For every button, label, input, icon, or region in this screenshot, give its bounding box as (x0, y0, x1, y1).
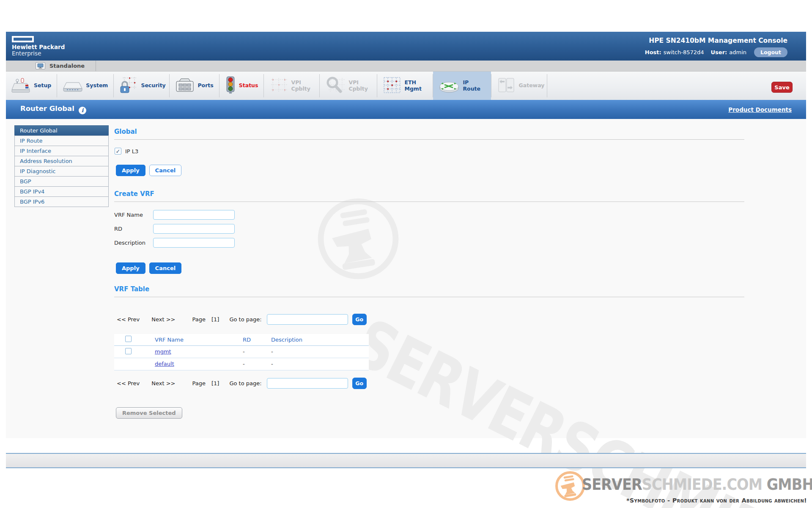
brand-footer: SERVERSCHMIEDE.COM GMBH *Symbolfoto - Pr… (554, 468, 808, 508)
standalone-tab[interactable]: Standalone (30, 61, 90, 71)
sidebar-item-address-resolution[interactable]: Address Resolution (14, 156, 109, 166)
column-header-vrf-name: VRF Name (142, 334, 230, 345)
sidebar-item-ip-diagnostic[interactable]: IP Diagnostic (14, 166, 109, 177)
sidebar-item-bgp-ipv4[interactable]: BGP IPv4 (14, 186, 109, 197)
product-documents-link[interactable]: Product Documents (728, 106, 792, 113)
main-panel: Global IP L3 Apply Cancel Create VRF VRF… (114, 119, 744, 419)
table-row: default - - (114, 358, 369, 370)
serverschmiede-anvil-icon (554, 470, 586, 502)
eth-grid-icon (383, 76, 401, 96)
toolbar-item-label: IP Route (463, 80, 486, 92)
next-page-link[interactable]: Next >> (151, 380, 175, 387)
rd-label: RD (114, 226, 153, 232)
toolbar-item-label: Ports (198, 83, 213, 88)
main-toolbar: Setup System (6, 72, 806, 100)
page-title-bar: Router Globali Product Documents (6, 100, 806, 119)
toolbar-item-vpi-cpblty-2: VPI Cpblty (320, 72, 377, 100)
toolbar-item-setup[interactable]: Setup (6, 72, 57, 100)
pagination-bottom: << Prev Next >> Page [1] Go to page: Go (114, 378, 744, 389)
toolbar-item-ip-route[interactable]: IP Route (433, 72, 491, 100)
toolbar-item-system[interactable]: System (57, 72, 113, 100)
global-apply-button[interactable]: Apply (116, 165, 145, 176)
select-all-checkbox[interactable] (125, 336, 132, 342)
page-title: Router Global (20, 105, 74, 113)
ip-l3-checkbox[interactable] (115, 148, 121, 155)
cell-rd: - (230, 358, 260, 370)
page-label: Page (192, 316, 205, 323)
rd-input[interactable] (153, 224, 235, 234)
brand-block: Hewlett Packard Enterprise (6, 32, 65, 61)
sidebar-item-router-global[interactable]: Router Global (14, 125, 109, 136)
symbolfoto-disclaimer: *Symbolfoto - Produkt kann von der Abbil… (626, 497, 807, 504)
logout-button[interactable]: Logout (754, 47, 787, 57)
toolbar-item-label: Status (239, 83, 258, 88)
info-icon[interactable]: i (79, 107, 86, 114)
toolbar-item-label: Security (141, 83, 164, 88)
global-section-title: Global (114, 128, 744, 140)
page: Hewlett Packard Enterprise HPE SN2410bM … (0, 0, 812, 508)
mode-tab-row: Standalone (6, 61, 806, 72)
description-label: Description (114, 240, 153, 246)
router-icon (439, 76, 460, 96)
cell-description: - (260, 358, 369, 370)
ip-l3-label: IP L3 (125, 148, 138, 155)
traffic-light-icon (225, 76, 236, 96)
go-button[interactable]: Go (352, 378, 367, 389)
vrf-name-label: VRF Name (114, 212, 153, 218)
toolbar-item-vpi-cpblty-1: VPI Cpblty (264, 72, 319, 100)
vrf-link-mgmt[interactable]: mgmt (155, 348, 171, 355)
vrf-name-input[interactable] (153, 210, 235, 220)
goto-page-input[interactable] (267, 378, 348, 389)
brand-name-part3: GMBH (762, 475, 812, 494)
vrf-table: VRF Name RD Description mgmt - - default (114, 334, 369, 370)
toolbar-item-eth-mgmt[interactable]: ETH Mgmt (377, 72, 433, 100)
console-title: HPE SN2410bM Management Console (645, 37, 787, 44)
prev-page-link[interactable]: << Prev (117, 380, 140, 387)
sidebar-item-ip-route[interactable]: IP Route (14, 135, 109, 146)
next-page-link[interactable]: Next >> (151, 316, 175, 323)
brand-name-part2: SCHMIEDE.COM (642, 475, 762, 494)
setup-icon (11, 77, 31, 95)
toolbar-item-security[interactable]: Security (114, 72, 169, 100)
vrf-link-default[interactable]: default (155, 361, 174, 367)
toolbar-item-label: Setup (34, 83, 51, 88)
monitor-icon (36, 62, 45, 69)
divider (547, 74, 547, 97)
page-number: [1] (211, 316, 219, 323)
save-button[interactable]: Save (771, 82, 793, 93)
system-icon (63, 77, 83, 95)
host-label: Host: (645, 49, 661, 55)
toolbar-item-ports[interactable]: Ports (170, 72, 219, 100)
toolbar-item-status[interactable]: Status (219, 72, 264, 100)
sidebar-nav: Router Global IP Route IP Interface Addr… (14, 125, 109, 207)
grid-icon (269, 76, 288, 96)
standalone-tab-label: Standalone (49, 63, 85, 69)
table-row: mgmt - - (114, 345, 369, 358)
description-input[interactable] (153, 238, 235, 248)
hpe-logo (12, 36, 34, 42)
create-vrf-apply-button[interactable]: Apply (116, 262, 145, 274)
goto-page-input[interactable] (267, 314, 348, 325)
brand-name-part1: SERVER (582, 475, 642, 494)
host-value: switch-8572d4 (664, 49, 704, 55)
create-vrf-section-title: Create VRF (114, 190, 744, 202)
go-button[interactable]: Go (352, 314, 367, 325)
gateway-icon (497, 77, 516, 95)
prev-page-link[interactable]: << Prev (117, 316, 140, 323)
divider (96, 61, 96, 71)
sidebar-item-ip-interface[interactable]: IP Interface (14, 146, 109, 156)
sidebar-item-bgp[interactable]: BGP (14, 176, 109, 187)
goto-page-label: Go to page: (229, 316, 261, 323)
goto-page-label: Go to page: (229, 380, 261, 387)
user-value: admin (729, 49, 746, 55)
global-cancel-button[interactable]: Cancel (149, 165, 182, 176)
table-header-row: VRF Name RD Description (114, 334, 369, 345)
app-header: Hewlett Packard Enterprise HPE SN2410bM … (6, 32, 806, 61)
create-vrf-cancel-button[interactable]: Cancel (149, 262, 182, 274)
magnifier-grid-icon (325, 76, 346, 96)
cell-rd: - (230, 345, 260, 358)
remove-selected-button[interactable]: Remove Selected (116, 407, 182, 419)
row-checkbox[interactable] (125, 348, 132, 354)
sidebar-item-bgp-ipv6[interactable]: BGP IPv6 (14, 196, 109, 207)
toolbar-item-label: Gateway (518, 83, 541, 88)
